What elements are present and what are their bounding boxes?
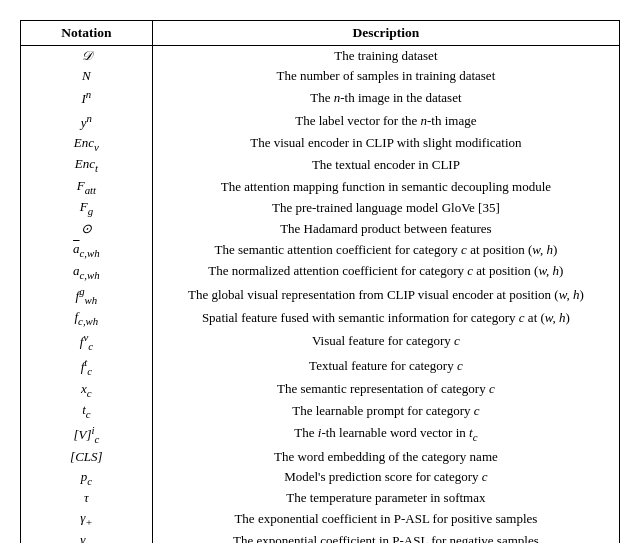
notation-cell: γ+ (21, 508, 153, 530)
description-cell: The normalized attention coefficient for… (152, 261, 619, 283)
table-row: ac,whThe normalized attention coefficien… (21, 261, 620, 283)
table-row: [CLS]The word embedding of the category … (21, 447, 620, 467)
description-cell: The semantic representation of category … (152, 379, 619, 401)
notation-cell: N (21, 66, 153, 86)
table-row: ac,whThe semantic attention coefficient … (21, 239, 620, 261)
notation-cell: Enct (21, 154, 153, 176)
notation-cell: fgwh (21, 282, 153, 307)
description-cell: The temperature parameter in softmax (152, 488, 619, 508)
table-row: pcModel's prediction score for category … (21, 467, 620, 489)
description-cell: The textual encoder in CLIP (152, 154, 619, 176)
notation-cell: pc (21, 467, 153, 489)
notation-cell: ftc (21, 354, 153, 379)
description-cell: The word embedding of the category name (152, 447, 619, 467)
notation-cell: τ (21, 488, 153, 508)
table-row: γ−The exponential coefficient in P-ASL f… (21, 530, 620, 543)
notation-cell: fc,wh (21, 307, 153, 329)
table-row: ftcTextual feature for category c (21, 354, 620, 379)
description-cell: The exponential coefficient in P-ASL for… (152, 530, 619, 543)
notation-cell: Fatt (21, 176, 153, 198)
description-cell: Model's prediction score for category c (152, 467, 619, 489)
notation-cell: tc (21, 400, 153, 422)
header-description: Description (152, 21, 619, 46)
notation-cell: [CLS] (21, 447, 153, 467)
table-row: InThe n-th image in the dataset (21, 86, 620, 109)
table-row: τThe temperature parameter in softmax (21, 488, 620, 508)
table-row: EnctThe textual encoder in CLIP (21, 154, 620, 176)
description-cell: The training dataset (152, 46, 619, 67)
notation-cell: ac,wh (21, 239, 153, 261)
description-cell: The exponential coefficient in P-ASL for… (152, 508, 619, 530)
table-row: fgwhThe global visual representation fro… (21, 282, 620, 307)
table-row: FgThe pre-trained language model GloVe [… (21, 197, 620, 219)
table-row: fvcVisual feature for category c (21, 329, 620, 354)
description-cell: The n-th image in the dataset (152, 86, 619, 109)
description-cell: The pre-trained language model GloVe [35… (152, 197, 619, 219)
table-row: NThe number of samples in training datas… (21, 66, 620, 86)
notation-cell: Fg (21, 197, 153, 219)
description-cell: Visual feature for category c (152, 329, 619, 354)
notation-cell: Encv (21, 133, 153, 155)
table-row: γ+The exponential coefficient in P-ASL f… (21, 508, 620, 530)
table-row: xcThe semantic representation of categor… (21, 379, 620, 401)
notation-table: Notation Description 𝒟The training datas… (20, 20, 620, 543)
notation-cell: yn (21, 109, 153, 132)
description-cell: The label vector for the n-th image (152, 109, 619, 132)
notation-cell: fvc (21, 329, 153, 354)
table-row: FattThe attention mapping function in se… (21, 176, 620, 198)
table-row: [V]icThe i-th learnable word vector in t… (21, 422, 620, 447)
description-cell: The i-th learnable word vector in tc (152, 422, 619, 447)
notation-cell: γ− (21, 530, 153, 543)
notation-cell: In (21, 86, 153, 109)
notation-cell: xc (21, 379, 153, 401)
notation-cell: ⊙ (21, 219, 153, 239)
description-cell: The learnable prompt for category c (152, 400, 619, 422)
table-row: ynThe label vector for the n-th image (21, 109, 620, 132)
table-row: tcThe learnable prompt for category c (21, 400, 620, 422)
description-cell: The global visual representation from CL… (152, 282, 619, 307)
notation-cell: ac,wh (21, 261, 153, 283)
description-cell: The attention mapping function in semant… (152, 176, 619, 198)
description-cell: The visual encoder in CLIP with slight m… (152, 133, 619, 155)
notation-cell: 𝒟 (21, 46, 153, 67)
notation-cell: [V]ic (21, 422, 153, 447)
description-cell: Spatial feature fused with semantic info… (152, 307, 619, 329)
description-cell: The semantic attention coefficient for c… (152, 239, 619, 261)
header-notation: Notation (21, 21, 153, 46)
table-row: EncvThe visual encoder in CLIP with slig… (21, 133, 620, 155)
table-row: ⊙The Hadamard product between features (21, 219, 620, 239)
table-row: fc,whSpatial feature fused with semantic… (21, 307, 620, 329)
description-cell: Textual feature for category c (152, 354, 619, 379)
description-cell: The number of samples in training datase… (152, 66, 619, 86)
table-row: 𝒟The training dataset (21, 46, 620, 67)
description-cell: The Hadamard product between features (152, 219, 619, 239)
